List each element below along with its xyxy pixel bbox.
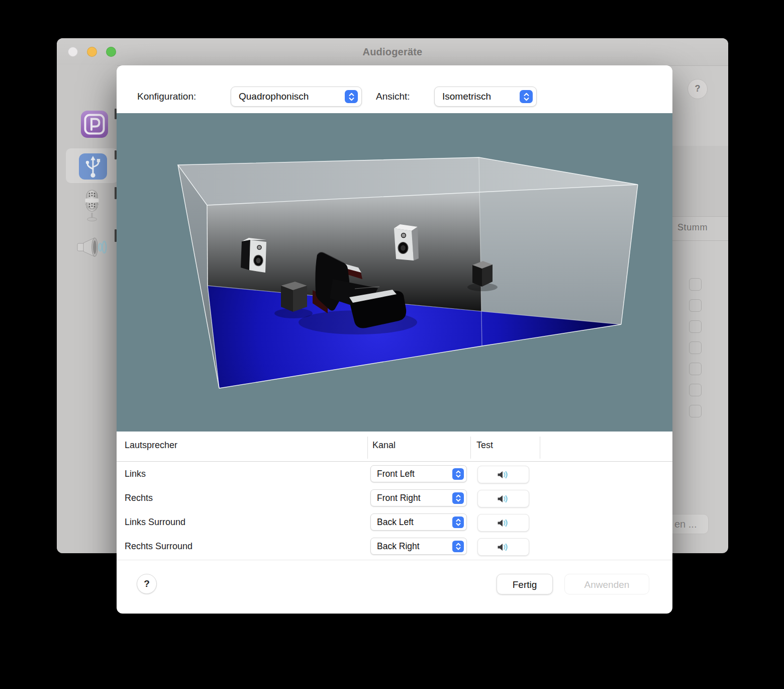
column-header-speaker: Lautsprecher <box>125 440 177 451</box>
mute-checkbox[interactable] <box>689 341 702 354</box>
channel-select-rechts[interactable]: Front Right <box>370 489 467 506</box>
speaker-config-sheet: Konfiguration: Quadrophonisch Ansicht: I… <box>117 65 672 614</box>
channel-select-rechts-surround[interactable]: Back Right <box>370 538 467 555</box>
window-title: Audiogeräte <box>57 38 728 65</box>
sheet-help-button[interactable]: ? <box>137 574 157 594</box>
stepper-icon <box>452 468 464 480</box>
mute-checkbox[interactable] <box>689 363 702 375</box>
speaker-name: Links <box>125 465 146 482</box>
room-visualization <box>117 113 672 432</box>
view-label: Ansicht: <box>376 90 410 104</box>
view-value: Isometrisch <box>442 91 491 102</box>
mute-checkbox[interactable] <box>689 320 702 333</box>
column-header-channel: Kanal <box>372 440 396 451</box>
channel-value: Front Right <box>377 493 421 503</box>
table-header-rule <box>117 461 672 462</box>
column-header-test: Test <box>476 440 493 451</box>
speaker-wave-icon <box>497 543 510 552</box>
configuration-label: Konfiguration: <box>137 90 196 104</box>
channel-select-links[interactable]: Front Left <box>370 465 467 482</box>
mute-checkbox[interactable] <box>689 278 702 291</box>
done-button[interactable]: Fertig <box>497 574 553 594</box>
configuration-value: Quadrophonisch <box>239 91 309 102</box>
test-button-links[interactable] <box>477 466 529 483</box>
microphone-icon[interactable] <box>84 190 100 225</box>
column-divider <box>540 437 540 459</box>
test-button-links-surround[interactable] <box>477 514 529 532</box>
column-divider <box>470 437 471 459</box>
titlebar[interactable]: Audiogeräte <box>57 38 728 66</box>
apply-button[interactable]: Anwenden <box>564 574 649 594</box>
speaker-wave-icon <box>497 494 510 503</box>
channel-value: Back Right <box>377 541 420 551</box>
mute-column-header: Stumm <box>677 222 708 233</box>
speaker-front-right <box>394 224 419 261</box>
screenshot-root: Audiogeräte <box>0 0 784 689</box>
speaker-name: Rechts Surround <box>125 538 192 555</box>
device-panel-band <box>672 146 728 216</box>
test-button-rechts-surround[interactable] <box>477 538 529 556</box>
speaker-front-left <box>241 238 266 273</box>
mute-header-top-rule <box>672 216 728 217</box>
speaker-back-left <box>281 282 307 312</box>
stepper-icon <box>520 90 533 103</box>
column-divider <box>367 437 368 459</box>
usb-device-icon[interactable] <box>79 153 107 182</box>
channel-value: Front Left <box>377 469 415 479</box>
mute-checkbox[interactable] <box>689 299 702 312</box>
speaker-wave-icon <box>497 470 510 479</box>
mute-checkbox[interactable] <box>689 405 702 417</box>
test-button-rechts[interactable] <box>477 490 529 507</box>
stepper-icon <box>452 541 464 552</box>
speaker-back-right <box>472 261 493 287</box>
speaker-name: Links Surround <box>125 513 185 531</box>
speaker-output-icon[interactable] <box>76 237 107 260</box>
mute-checkbox[interactable] <box>689 384 702 396</box>
channel-value: Back Left <box>377 517 414 527</box>
configuration-select[interactable]: Quadrophonisch <box>231 87 362 107</box>
stepper-icon <box>452 516 464 528</box>
app-purple-icon[interactable] <box>80 110 109 140</box>
footer-divider <box>117 560 672 560</box>
stepper-icon <box>345 90 358 103</box>
stepper-icon <box>452 492 464 504</box>
channel-select-links-surround[interactable]: Back Left <box>370 513 467 531</box>
speaker-name: Rechts <box>125 489 153 506</box>
speaker-wave-icon <box>497 519 510 528</box>
view-select[interactable]: Isometrisch <box>434 87 537 107</box>
mute-header-bottom-rule <box>672 240 728 241</box>
window-help-button[interactable]: ? <box>688 79 708 99</box>
device-sidebar: + − <box>57 65 117 553</box>
